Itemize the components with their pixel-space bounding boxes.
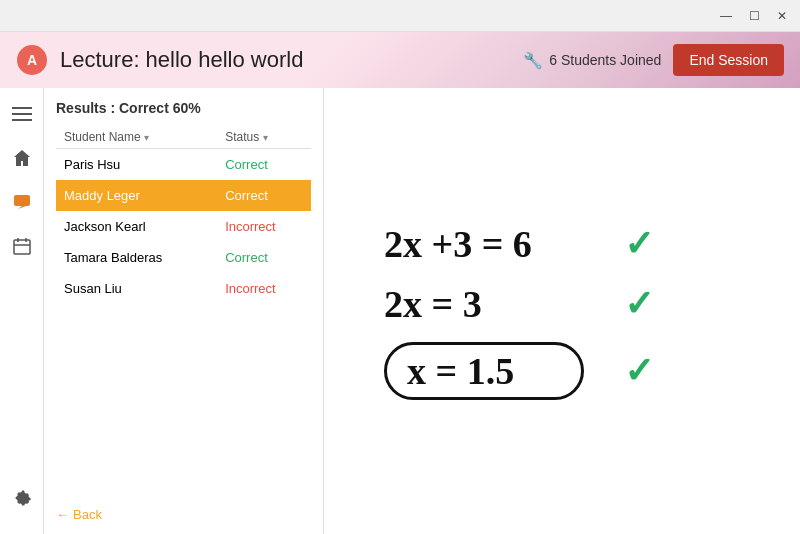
svg-text:A: A (27, 52, 37, 68)
svg-rect-4 (12, 119, 32, 121)
sidebar-nav (0, 88, 44, 534)
student-name-cell: Maddy Leger (56, 180, 217, 211)
app-container: A Lecture: hello hello world 🔧 6 Student… (0, 32, 800, 534)
column-student-name[interactable]: Student Name ▾ (56, 126, 217, 149)
chat-nav-item[interactable] (4, 184, 40, 220)
student-name-label: Student Name (64, 130, 141, 144)
whiteboard-content: 2x +3 = 6✓2x = 3✓x = 1.5✓ (324, 198, 800, 424)
table-row[interactable]: Maddy LegerCorrect (56, 180, 311, 211)
status-label: Status (225, 130, 259, 144)
math-expression: 2x = 3 (384, 282, 584, 326)
math-expression: 2x +3 = 6 (384, 222, 584, 266)
close-button[interactable]: ✕ (772, 6, 792, 26)
students-count-label: 6 Students Joined (549, 52, 661, 68)
table-row[interactable]: Susan LiuIncorrect (56, 273, 311, 304)
svg-rect-6 (14, 240, 30, 254)
header: A Lecture: hello hello world 🔧 6 Student… (0, 32, 800, 88)
student-status-cell: Correct (217, 149, 311, 181)
table-row[interactable]: Paris HsuCorrect (56, 149, 311, 181)
results-title: Results : Correct 60% (56, 100, 311, 116)
home-nav-item[interactable] (4, 140, 40, 176)
table-row[interactable]: Jackson KearlIncorrect (56, 211, 311, 242)
status-sort-icon: ▾ (263, 132, 268, 143)
end-session-button[interactable]: End Session (673, 44, 784, 76)
students-count-container: 🔧 6 Students Joined (523, 51, 661, 70)
math-line: x = 1.5✓ (344, 338, 780, 404)
table-header: Student Name ▾ Status ▾ (56, 126, 311, 149)
student-status-cell: Incorrect (217, 211, 311, 242)
math-expression: x = 1.5 (384, 342, 584, 400)
wrench-icon: 🔧 (523, 51, 543, 70)
column-status[interactable]: Status ▾ (217, 126, 311, 149)
checkmark-icon: ✓ (624, 223, 654, 265)
student-status-cell: Correct (217, 242, 311, 273)
student-name-cell: Jackson Kearl (56, 211, 217, 242)
title-bar: — ☐ ✕ (0, 0, 800, 32)
main-layout: Results : Correct 60% Student Name ▾ Sta… (0, 88, 800, 534)
student-table: Student Name ▾ Status ▾ Paris HsuCorrect… (56, 126, 311, 304)
checkmark-icon: ✓ (624, 283, 654, 325)
lecture-title: Lecture: hello hello world (60, 47, 511, 73)
checkmark-icon: ✓ (624, 350, 654, 392)
math-line: 2x +3 = 6✓ (344, 218, 780, 270)
minimize-button[interactable]: — (716, 6, 736, 26)
math-line: 2x = 3✓ (344, 278, 780, 330)
calendar-nav-item[interactable] (4, 228, 40, 264)
left-panel: Results : Correct 60% Student Name ▾ Sta… (44, 88, 324, 534)
student-status-cell: Incorrect (217, 273, 311, 304)
hamburger-menu[interactable] (4, 96, 40, 132)
right-panel: 2x +3 = 6✓2x = 3✓x = 1.5✓ (324, 88, 800, 534)
table-row[interactable]: Tamara BalderasCorrect (56, 242, 311, 273)
student-status-cell: Correct (217, 180, 311, 211)
student-name-sort-icon: ▾ (144, 132, 149, 143)
app-logo: A (16, 44, 48, 76)
svg-rect-2 (12, 107, 32, 109)
svg-rect-5 (14, 195, 30, 206)
back-arrow-icon: ← (56, 507, 69, 522)
back-link[interactable]: ← Back (56, 507, 102, 522)
student-name-cell: Paris Hsu (56, 149, 217, 181)
student-name-cell: Tamara Balderas (56, 242, 217, 273)
settings-nav-item[interactable] (4, 482, 40, 518)
student-name-cell: Susan Liu (56, 273, 217, 304)
maximize-button[interactable]: ☐ (744, 6, 764, 26)
back-label: Back (73, 507, 102, 522)
svg-rect-3 (12, 113, 32, 115)
